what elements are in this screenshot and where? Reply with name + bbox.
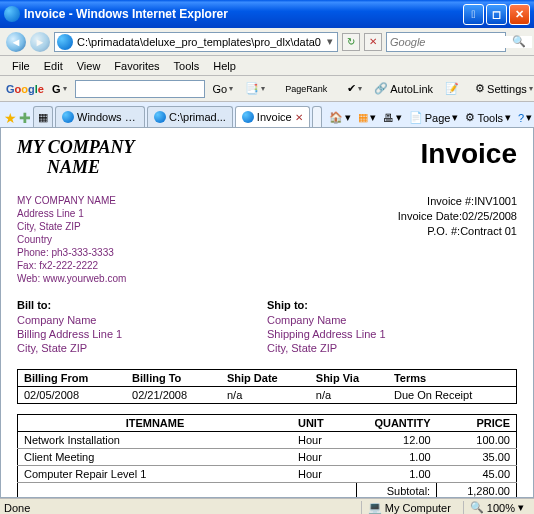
company-name: MY COMPANY NAME (17, 194, 126, 207)
stop-button[interactable]: ✕ (364, 33, 382, 51)
print-button[interactable]: 🖶▾ (380, 110, 405, 125)
bill-to-csz: City, State ZIP (17, 341, 267, 355)
tools-label: Tools (477, 112, 503, 124)
zoom-control[interactable]: 🔍100% ▾ (463, 501, 530, 514)
shipping-table: Billing From Billing To Ship Date Ship V… (17, 369, 517, 404)
menu-favorites[interactable]: Favorites (108, 59, 165, 73)
address-input[interactable] (75, 36, 323, 48)
ship-via: n/a (310, 387, 388, 404)
google-go-button[interactable]: Go ▾ (209, 82, 238, 96)
tab-thumbs-button[interactable]: ▦ (33, 106, 53, 127)
invoice-num: INV1001 (474, 195, 517, 207)
zoom-icon: 🔍 (470, 501, 484, 514)
bill-to-heading: Bill to: (17, 299, 267, 311)
table-row: Network Installation Hour 12.00 100.00 (18, 432, 517, 449)
ship-to-heading: Ship to: (267, 299, 517, 311)
col-terms: Terms (388, 370, 517, 387)
ship-to-name: Company Name (267, 313, 517, 327)
invoice-date: 02/25/2008 (462, 210, 517, 222)
table-row: 02/05/2008 02/21/2008 n/a n/a Due On Rec… (18, 387, 517, 404)
google-search-input[interactable] (75, 80, 205, 98)
menu-file[interactable]: File (6, 59, 36, 73)
new-tab-button[interactable] (312, 106, 322, 127)
nav-bar: ◄ ► ▾ ↻ ✕ 🔍 (0, 28, 534, 56)
search-go-button[interactable]: 🔍 (510, 33, 528, 51)
tools-button[interactable]: ⚙Tools▾ (462, 110, 514, 125)
table-row: Client Meeting Hour 1.00 35.00 (18, 449, 517, 466)
tab-icon (62, 111, 74, 123)
autolink-button[interactable]: 🔗 AutoLink (370, 81, 437, 96)
page-button[interactable]: 📄Page▾ (406, 110, 462, 125)
item-unit: Hour (292, 449, 357, 466)
status-text: Done (4, 502, 30, 514)
table-row: Computer Repair Level 1 Hour 1.00 45.00 (18, 466, 517, 483)
window-title: Invoice - Windows Internet Explorer (24, 7, 463, 21)
company-web: Web: www.yourweb.com (17, 272, 126, 285)
subtotal-row: Subtotal: 1,280.00 (18, 483, 517, 498)
item-qty: 12.00 (357, 432, 437, 449)
back-button[interactable]: ◄ (6, 32, 26, 52)
tab-bar: ★ ✚ ▦ Windows s... C:\primad... Invoice✕… (0, 102, 534, 128)
page-label: Page (425, 112, 451, 124)
tab-close-icon[interactable]: ✕ (295, 112, 303, 123)
ie-icon (4, 6, 20, 22)
company-fax: Fax: fx2-222-2222 (17, 259, 126, 272)
col-billing-to: Billing To (126, 370, 221, 387)
menu-edit[interactable]: Edit (38, 59, 69, 73)
tab-invoice[interactable]: Invoice✕ (235, 106, 310, 127)
home-button[interactable]: 🏠▾ (326, 110, 354, 125)
menu-help[interactable]: Help (207, 59, 242, 73)
item-name: Client Meeting (18, 449, 292, 466)
close-button[interactable]: ✕ (509, 4, 530, 25)
tab-primad[interactable]: C:\primad... (147, 106, 233, 127)
address-bar[interactable]: ▾ (54, 32, 338, 52)
security-zone: 💻My Computer (361, 501, 457, 514)
add-favorite-button[interactable]: ★ (4, 109, 17, 127)
maximize-button[interactable]: ◻ (486, 4, 507, 25)
company-name-line1: MY COMPANY (17, 138, 135, 158)
tab-icon (154, 111, 166, 123)
zoom-value: 100% (487, 502, 515, 514)
google-menu-button[interactable]: G▾ (48, 82, 71, 96)
zone-label: My Computer (385, 502, 451, 514)
bill-to-block: Bill to: Company Name Billing Address Li… (17, 299, 267, 356)
items-table: ITEMNAME UNIT QUANTITY PRICE Network Ins… (17, 414, 517, 498)
chevron-down-icon: ▾ (518, 501, 524, 514)
menu-tools[interactable]: Tools (168, 59, 206, 73)
forward-button[interactable]: ► (30, 32, 50, 52)
google-toolbar: Google G▾ Go ▾ 📑▾ PageRank ✔▾ 🔗 AutoLink… (0, 76, 534, 102)
help-button[interactable]: ?▾ (515, 110, 534, 125)
company-name-line2: NAME (17, 158, 135, 178)
search-box[interactable] (386, 32, 506, 52)
tab-icon (242, 111, 254, 123)
tab-label: C:\primad... (169, 111, 226, 123)
google-bookmark-button[interactable]: 📑▾ (241, 81, 269, 96)
menu-view[interactable]: View (71, 59, 107, 73)
check-button[interactable]: ✔▾ (343, 81, 366, 96)
feeds-button[interactable]: ▦▾ (355, 110, 379, 125)
document-title: Invoice (421, 138, 517, 170)
item-unit: Hour (292, 432, 357, 449)
col-quantity: QUANTITY (357, 415, 437, 432)
col-unit: UNIT (292, 415, 357, 432)
address-dropdown-icon[interactable]: ▾ (323, 35, 337, 48)
content-area[interactable]: MY COMPANY NAME Invoice MY COMPANY NAME … (0, 128, 534, 498)
item-qty: 1.00 (357, 449, 437, 466)
refresh-button[interactable]: ↻ (342, 33, 360, 51)
invoice-date-label: Invoice Date: (398, 210, 462, 222)
autolink-label: AutoLink (390, 83, 433, 95)
col-billing-from: Billing From (18, 370, 127, 387)
col-ship-via: Ship Via (310, 370, 388, 387)
company-phone: Phone: ph3-333-3333 (17, 246, 126, 259)
pagerank-button[interactable]: PageRank (281, 83, 331, 95)
item-price: 45.00 (437, 466, 517, 483)
tab-windows[interactable]: Windows s... (55, 106, 145, 127)
item-name: Computer Repair Level 1 (18, 466, 292, 483)
po-label: P.O. #: (427, 225, 460, 237)
favorites-button[interactable]: ✚ (19, 109, 31, 127)
minimize-button[interactable]: 􀀀 (463, 4, 484, 25)
autofill-button[interactable]: 📝 (441, 81, 463, 96)
go-label: Go (213, 83, 228, 95)
item-name: Network Installation (18, 432, 292, 449)
settings-button[interactable]: ⚙ Settings▾ (471, 81, 534, 96)
